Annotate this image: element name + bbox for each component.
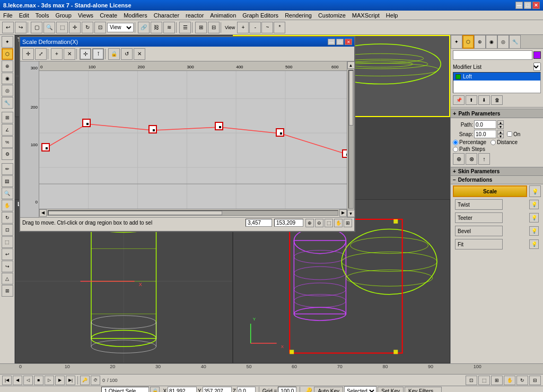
lt-region-zoom[interactable]: ⬚ [2,236,13,248]
teeter-button[interactable]: Teeter [455,212,503,223]
lt-perspective[interactable]: △ [2,273,13,284]
lt-percent-snap[interactable]: % [2,136,13,148]
rp-tab-display[interactable]: ◎ [497,35,509,49]
z-coord-input[interactable] [237,387,256,392]
key-mode-btn[interactable]: 🔑 [80,376,90,385]
menu-graph-editors[interactable]: Graph Editors [239,12,282,19]
reference-dropdown[interactable]: View World Local [107,23,134,32]
snap-spin-up[interactable]: ▲ [497,130,504,134]
object-color-swatch[interactable] [533,51,541,59]
scale-icon-btn[interactable]: 💡 [529,185,541,197]
rp-tab-motion[interactable]: ◉ [486,35,497,49]
lt-zoom[interactable]: 🔍 [2,188,13,199]
graph-vscrollbar[interactable]: ▲ ▼ [347,61,354,217]
lt-create[interactable]: ✦ [2,36,13,48]
fit-icon-btn[interactable]: 💡 [529,239,539,249]
rp-tab-modify[interactable]: ⬡ [462,35,474,49]
lt-maxext[interactable]: ⊡ [2,224,13,236]
lt-display[interactable]: ◎ [2,85,13,96]
path-icon-btn-2[interactable]: ⊗ [466,153,477,165]
menu-character[interactable]: Character [151,12,182,19]
vscroll-thumb[interactable] [349,70,353,126]
path-icon-btn-1[interactable]: ⊕ [453,153,465,165]
redo-button[interactable]: ↪ [15,22,27,33]
lt-modify[interactable]: ⬡ [2,48,13,60]
time-config-btn[interactable]: ⏱ [91,376,100,385]
zoom-region-btn2[interactable]: ⬚ [478,376,490,385]
scale-deform-close[interactable]: ✕ [345,39,352,45]
graph-zoom-region[interactable]: ⬚ [325,219,333,227]
lt-motion[interactable]: ◉ [2,73,13,84]
menu-reactor[interactable]: reactor [182,12,207,19]
menu-edit[interactable]: Edit [16,12,32,19]
snap-value-input[interactable] [474,130,496,138]
zoom-ext-btn[interactable]: ⊡ [466,376,477,385]
vscroll-down-btn[interactable]: ▼ [347,210,355,217]
x-coord-input[interactable] [168,387,197,392]
sd-delete-point-btn[interactable]: ✕ [64,48,75,60]
menu-views[interactable]: Views [75,12,97,19]
path-steps-radio[interactable] [453,147,458,152]
lt-min-max[interactable]: ⊞ [2,285,13,297]
step-fwd-btn[interactable]: ▶ [55,376,65,385]
lt-arc-rotate[interactable]: ↻ [2,212,13,224]
selected-dropdown[interactable]: Selected [344,386,376,392]
snap-on-checkbox[interactable] [507,131,512,137]
set-key-btn[interactable]: Set Key [378,387,404,392]
modifier-btn-3[interactable]: ⬇ [478,95,490,105]
min-max-btn[interactable]: ⊟ [529,376,541,385]
path-value-input[interactable] [474,120,496,129]
sd-close-path-btn[interactable]: ✕ [134,48,145,60]
teeter-icon-btn[interactable]: 💡 [529,213,539,222]
snap-spin-down[interactable]: ▼ [497,134,504,138]
named-sel-1[interactable]: + [237,22,249,33]
move-button[interactable]: ✛ [69,22,81,33]
pan-view-btn[interactable]: ✋ [504,376,515,385]
last-frame-btn[interactable]: ▶| [66,376,75,385]
prev-frame-btn[interactable]: |◀ [2,376,12,385]
stop-btn[interactable]: ■ [34,376,43,385]
lt-hierarchy[interactable]: ⊕ [2,60,13,72]
graph-zoom-in[interactable]: ⊕ [305,219,314,227]
bevel-icon-btn[interactable]: 💡 [529,226,539,236]
close-button[interactable]: ✕ [532,2,540,9]
play-back-btn[interactable]: ◁ [23,376,33,385]
menu-help[interactable]: Help [383,12,401,19]
rotate-button[interactable]: ↻ [82,22,93,33]
bind-space-warp[interactable]: ≋ [163,22,175,33]
menu-tools[interactable]: Tools [32,12,52,19]
sd-add-point-btn[interactable]: + [51,48,63,60]
bevel-button[interactable]: Bevel [455,226,503,236]
link-button[interactable]: 🔗 [138,22,150,33]
lt-snap-toggle[interactable]: ⊞ [2,112,13,123]
minimize-button[interactable]: — [515,2,523,9]
lt-utils[interactable]: 🔧 [2,97,13,109]
graph-pan[interactable]: ✋ [334,219,343,227]
lt-spinner[interactable]: ⚙ [2,148,13,160]
select-name-button[interactable]: 🔍 [43,22,55,33]
arc-rotate2-btn[interactable]: ↻ [516,376,528,385]
rp-tab-hierarchy[interactable]: ⊕ [474,35,486,49]
path-spin-down[interactable]: ▼ [497,124,504,129]
rp-tab-create[interactable]: ✦ [451,35,462,49]
graph-fit-all[interactable]: ⊞ [344,219,352,227]
select-button[interactable]: ▢ [31,22,42,33]
scale-button[interactable]: ⊡ [94,22,106,33]
named-sel-4[interactable]: * [274,22,285,33]
menu-rendering[interactable]: Rendering [282,12,315,19]
lt-selection-filter[interactable]: ▤ [2,175,13,187]
hscroll-thumb[interactable] [48,211,222,215]
twist-icon-btn[interactable]: 💡 [529,200,539,209]
hscroll-right-btn[interactable]: ▶ [339,209,347,217]
sd-reset-btn[interactable]: ↺ [121,48,133,60]
modifier-btn-2[interactable]: ⬆ [466,95,477,105]
menu-create[interactable]: Create [97,12,120,19]
path-icon-btn-3[interactable]: ↑ [478,153,490,165]
modifier-dropdown[interactable] [533,63,541,71]
sd-active-move-btn[interactable]: ⊹ [80,48,91,60]
select-region-button[interactable]: ⬚ [56,22,68,33]
sd-scale-btn[interactable]: ⤢ [35,48,47,60]
maximize-button[interactable]: □ [524,2,531,9]
auto-key-btn[interactable]: Auto Key [314,387,343,392]
array-button[interactable]: ⊟ [208,22,220,33]
